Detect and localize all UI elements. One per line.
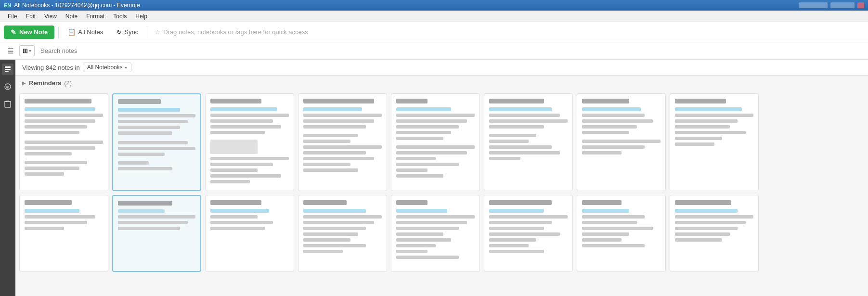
new-note-button[interactable]: ✎ New Note: [4, 26, 54, 39]
reminders-triangle-icon[interactable]: ▶: [22, 80, 26, 86]
menu-help[interactable]: Help: [131, 12, 151, 21]
toolbar: ✎ New Note 📋 All Notes ↻ Sync ☆ Drag not…: [0, 22, 868, 42]
note-card[interactable]: [670, 93, 759, 191]
sync-icon: ↻: [117, 28, 122, 36]
reminders-count: (2): [64, 79, 72, 87]
menu-edit[interactable]: Edit: [22, 12, 39, 21]
note-card[interactable]: [205, 195, 294, 272]
note-card[interactable]: [298, 195, 387, 272]
titlebar: EN All Notebooks - 1029274042@qq.com - E…: [0, 0, 868, 11]
svg-rect-2: [5, 71, 9, 72]
note-card[interactable]: [298, 93, 387, 191]
menu-view[interactable]: View: [40, 12, 61, 21]
note-card[interactable]: [19, 93, 108, 191]
note-card-selected[interactable]: [112, 93, 201, 191]
svg-rect-5: [5, 102, 11, 107]
notes-row-2: [19, 195, 864, 272]
toolbar-divider-2: [147, 26, 147, 38]
notes-grid: [15, 90, 868, 296]
all-notes-button[interactable]: 📋 All Notes: [63, 26, 108, 39]
secondary-toolbar: ☰ ⊞ ▾: [0, 42, 868, 60]
note-card[interactable]: [112, 195, 201, 272]
note-card[interactable]: [484, 195, 573, 272]
toolbar-divider: [58, 26, 59, 38]
note-card[interactable]: [391, 195, 480, 272]
chevron-down-icon: ▾: [125, 65, 127, 70]
sidebar-toggle[interactable]: ☰: [6, 46, 15, 56]
reminders-label: Reminders: [29, 79, 61, 87]
window-controls: [799, 2, 864, 8]
menu-file[interactable]: File: [4, 12, 21, 21]
menubar: File Edit View Note Format Tools Help: [0, 11, 868, 22]
menu-format[interactable]: Format: [82, 12, 108, 21]
star-icon: ☆: [155, 29, 160, 36]
main-content: ⊕ Viewing 842 notes in All Notebooks ▾ ▶…: [0, 60, 868, 296]
note-card[interactable]: [577, 93, 666, 191]
note-card[interactable]: [391, 93, 480, 191]
notes-area: Viewing 842 notes in All Notebooks ▾ ▶ R…: [15, 60, 868, 296]
note-card[interactable]: [205, 93, 294, 191]
sidebar-trash-icon[interactable]: [2, 98, 13, 110]
note-card[interactable]: [670, 195, 759, 272]
view-toggle-button[interactable]: ⊞ ▾: [19, 45, 35, 56]
chevron-down-icon: ▾: [29, 48, 31, 53]
svg-rect-0: [5, 66, 11, 68]
sidebar-tags-icon[interactable]: ⊕: [2, 81, 13, 92]
notebook-label: All Notebooks: [87, 64, 123, 71]
viewing-text: Viewing 842 notes in: [22, 64, 80, 71]
reminders-section: ▶ Reminders (2): [15, 76, 868, 90]
notebook-dropdown[interactable]: All Notebooks ▾: [83, 63, 131, 72]
close-button[interactable]: [857, 2, 864, 8]
note-card[interactable]: [484, 93, 573, 191]
app-logo: EN: [4, 2, 11, 8]
all-notes-label: All Notes: [78, 28, 103, 36]
status-bar: Viewing 842 notes in All Notebooks ▾: [15, 60, 868, 76]
quick-access-hint: Drag notes, notebooks or tags here for q…: [163, 28, 308, 36]
sidebar-notes-icon[interactable]: [2, 64, 13, 75]
notes-row-1: [19, 93, 864, 191]
new-note-icon: ✎: [11, 28, 16, 36]
menu-note[interactable]: Note: [62, 12, 81, 21]
note-card[interactable]: [577, 195, 666, 272]
note-card[interactable]: [19, 195, 108, 272]
sync-button[interactable]: ↻ Sync: [112, 26, 143, 39]
search-input[interactable]: [39, 47, 862, 54]
menu-tools[interactable]: Tools: [109, 12, 130, 21]
new-note-label: New Note: [19, 28, 48, 36]
sidebar: ⊕: [0, 60, 15, 296]
grid-icon: ⊞: [23, 47, 28, 54]
svg-text:⊕: ⊕: [6, 85, 10, 90]
sync-label: Sync: [124, 28, 138, 36]
notes-icon: 📋: [67, 28, 76, 36]
title-text: All Notebooks - 1029274042@qq.com - Ever…: [14, 2, 140, 9]
quick-access-area: ☆ Drag notes, notebooks or tags here for…: [151, 28, 864, 36]
svg-rect-1: [5, 69, 11, 70]
